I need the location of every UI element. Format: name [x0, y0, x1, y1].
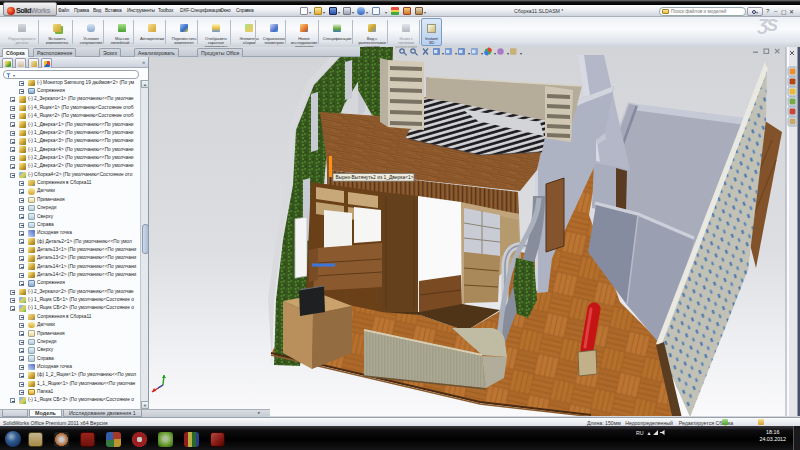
svg-text:▾: ▾ — [481, 51, 483, 56]
svg-text:▾: ▾ — [494, 51, 496, 56]
svg-text:▾: ▾ — [520, 51, 522, 56]
svg-text:▾: ▾ — [507, 51, 509, 56]
svg-text:▾: ▾ — [468, 51, 470, 56]
svg-text:▾: ▾ — [455, 51, 457, 56]
svg-text:Вырез-Вытянуть2 из 1_Дверка<1>: Вырез-Вытянуть2 из 1_Дверка<1> — [336, 175, 414, 180]
svg-text:▾: ▾ — [442, 51, 444, 56]
